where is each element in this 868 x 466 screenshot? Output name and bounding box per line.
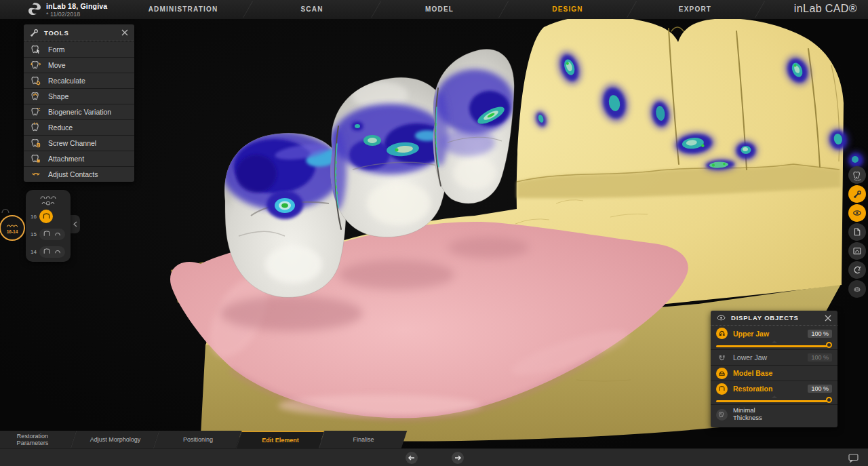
adjust-contacts-icon (31, 169, 41, 180)
tab-scan[interactable]: SCAN (300, 0, 323, 19)
tool-item-recalculate[interactable]: Recalculate (24, 73, 134, 88)
app-window: inLab 18, Gingiva * 11/02/2018 ADMINISTR… (0, 0, 868, 466)
screw-channel-icon (31, 138, 41, 149)
tool-item-shape[interactable]: Shape (24, 88, 134, 104)
document-icon (852, 227, 862, 237)
display-row-restoration[interactable]: Restoration 100 % (711, 381, 837, 396)
tab-export[interactable]: EXPORT (679, 0, 711, 19)
slider-caret (772, 395, 777, 398)
bottom-bar (0, 448, 868, 466)
tool-item-attachment[interactable]: Attachment (24, 151, 134, 166)
position-restoration-button[interactable] (848, 166, 866, 184)
tool-item-reduce[interactable]: Reduce (24, 119, 134, 135)
display-row-minimal-thickness[interactable]: Minimal Thickness (711, 404, 837, 424)
top-bar: inLab 18, Gingiva * 11/02/2018 ADMINISTR… (0, 0, 868, 19)
restoration-slider (716, 396, 832, 404)
sirona-logo-icon (27, 2, 42, 17)
tools-button[interactable] (848, 185, 866, 203)
nav-separator (755, 1, 765, 18)
case-title: inLab 18, Gingiva (46, 2, 107, 10)
tooth-reduce-icon (31, 122, 41, 133)
articulation-button[interactable] (848, 261, 866, 279)
case-date: * 11/02/2018 (46, 11, 107, 18)
tool-item-adjust-contacts[interactable]: Adjust Contacts (24, 166, 134, 182)
step-positioning[interactable]: Positioning (153, 431, 241, 448)
arrow-left-icon (408, 455, 415, 461)
model-base-icon (716, 368, 728, 379)
step-restoration-parameters[interactable]: Restoration Parameters (0, 431, 76, 448)
display-row-upper-jaw[interactable]: Upper Jaw 100 % (711, 326, 837, 341)
crown-14[interactable] (432, 50, 514, 203)
frame-tooth-icon (852, 246, 862, 256)
tooth-row-16: 16 (26, 209, 71, 224)
tooth-biogeneric-icon (31, 106, 41, 117)
case-title-block: inLab 18, Gingiva * 11/02/2018 (46, 2, 107, 18)
tooth-move-icon (31, 60, 41, 71)
wrench-icon (853, 190, 862, 199)
slider-track[interactable] (716, 400, 829, 402)
crown-15[interactable] (328, 77, 450, 237)
restoration-icon (716, 383, 728, 395)
close-icon[interactable] (121, 29, 128, 36)
display-objects-title: DISPLAY OBJECTS (731, 314, 819, 322)
minimal-thickness-icon (716, 409, 728, 421)
step-edit-element[interactable]: Edit Element (236, 431, 324, 448)
tooth-number: 14 (26, 249, 37, 255)
tooth-15-type-toggle[interactable] (39, 229, 65, 240)
slider-thumb[interactable] (826, 397, 832, 403)
step-finalise[interactable]: Finalise (319, 431, 407, 448)
wrench-icon (30, 28, 39, 37)
tooth-recalculate-icon (31, 75, 41, 86)
jaw-icon (852, 284, 862, 294)
tooth-14-type-toggle[interactable] (39, 246, 65, 258)
arrow-right-icon (454, 455, 461, 461)
crown-16[interactable] (222, 132, 346, 297)
slider-track[interactable] (716, 345, 829, 347)
tool-item-form[interactable]: Form (24, 41, 134, 57)
tooth-rotate-icon (852, 170, 863, 180)
previous-step-button[interactable] (406, 452, 418, 464)
partial-dome-icon (1, 206, 10, 214)
tooth-panel-collapse-handle[interactable] (71, 215, 80, 233)
slider-caret (772, 341, 777, 343)
nav-separator (627, 1, 637, 18)
close-icon[interactable] (825, 315, 831, 322)
articulator-arrow-icon (852, 265, 862, 275)
restoration-group-badge[interactable]: 16-14 (0, 215, 25, 241)
step-adjust-morphology[interactable]: Adjust Morphology (71, 431, 159, 448)
tooth-selector-panel: 16 15 14 (26, 190, 71, 262)
chat-button[interactable] (848, 453, 859, 465)
group-range-label: 16-14 (7, 229, 18, 234)
tooth-row-14: 14 (26, 244, 71, 259)
tooth-shape-icon (31, 91, 41, 102)
lower-jaw-icon (716, 352, 728, 364)
tool-item-move[interactable]: Move (24, 57, 134, 73)
view-options-button[interactable] (848, 242, 866, 260)
nav-separator (371, 1, 381, 18)
pontic-icon (54, 248, 62, 256)
tool-item-biogeneric-variation[interactable]: Biogeneric Variation (24, 104, 134, 119)
restoration-opacity-value: 100 % (808, 385, 832, 393)
display-objects-header: DISPLAY OBJECTS (711, 311, 837, 326)
tab-administration[interactable]: ADMINISTRATION (149, 0, 218, 19)
display-objects-button[interactable] (848, 204, 866, 222)
tool-item-screw-channel[interactable]: Screw Channel (24, 135, 134, 151)
case-details-button[interactable] (848, 223, 866, 241)
display-row-lower-jaw[interactable]: Lower Jaw 100 % (711, 349, 837, 365)
slider-thumb[interactable] (826, 342, 832, 348)
display-row-model-base[interactable]: Model Base (711, 365, 837, 381)
tooth-16-crown-button[interactable] (39, 210, 53, 223)
next-step-button[interactable] (452, 452, 464, 464)
lower-jaw-opacity-value: 100 % (808, 353, 832, 362)
workflow-steps: Restoration Parameters Adjust Morphology… (0, 431, 404, 448)
tools-panel: TOOLS Form Move Recalculate Shape Biogen… (24, 24, 134, 182)
tooth-form-icon (31, 44, 41, 55)
tooth-row-15: 15 (26, 227, 71, 241)
tab-model[interactable]: MODEL (425, 0, 454, 19)
tab-design[interactable]: DESIGN (552, 0, 583, 19)
jaw-functions-button[interactable] (848, 280, 866, 298)
upper-jaw-slider (716, 341, 832, 349)
tools-panel-header: TOOLS (24, 24, 134, 41)
tooth-number: 15 (26, 231, 37, 237)
attachment-icon (31, 153, 41, 164)
